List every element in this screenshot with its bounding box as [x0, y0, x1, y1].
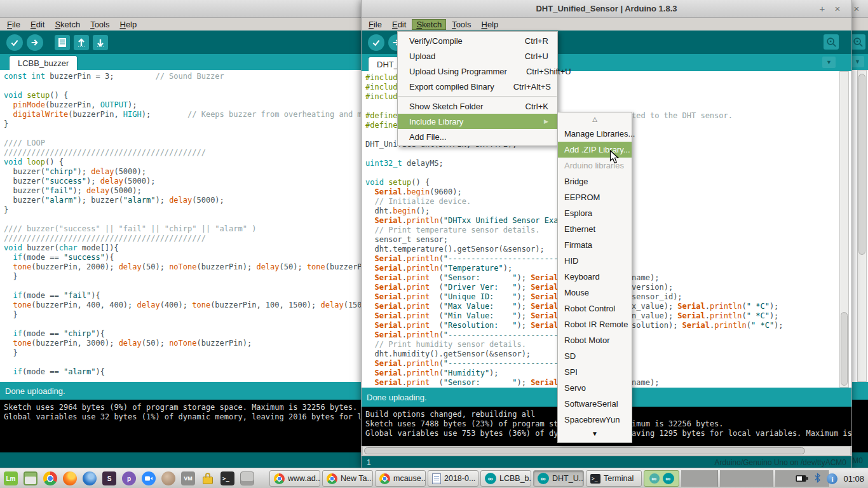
mint-menu-icon[interactable]: Lm	[3, 471, 18, 486]
submenu-item-robot-motor[interactable]: Robot Motor	[558, 332, 632, 348]
menu-sketch[interactable]: Sketch	[50, 19, 85, 30]
submenu-item-softwareserial[interactable]: SoftwareSerial	[558, 396, 632, 412]
close-icon[interactable]: ×	[850, 0, 863, 18]
submenu-item-firmata[interactable]: Firmata	[558, 237, 632, 253]
update-manager-icon[interactable]: i	[827, 473, 837, 484]
tab-lcbb-buzzer[interactable]: LCBB_buzzer	[9, 55, 78, 70]
thunderbird-icon[interactable]	[82, 471, 97, 486]
menu-item-include-library[interactable]: Include Library▶	[398, 114, 557, 129]
taskbar-window-2018-0[interactable]: 2018-0...	[428, 470, 478, 487]
serial-monitor-button[interactable]	[850, 34, 865, 50]
menu-item-upload-using-programmer[interactable]: Upload Using ProgrammerCtrl+Shift+U	[398, 64, 557, 79]
submenu-arrow-icon: ▶	[544, 118, 548, 125]
submenu-item-robot-ir-remote[interactable]: Robot IR Remote	[558, 316, 632, 332]
submenu-item-mouse[interactable]: Mouse	[558, 285, 632, 301]
chrome-icon[interactable]	[43, 471, 58, 486]
submenu-item-keyboard[interactable]: Keyboard	[558, 269, 632, 285]
code-line: pinMode(buzzerPin, OUTPUT);	[4, 100, 412, 110]
serial-monitor-button[interactable]	[824, 34, 839, 50]
taskbar-window-www-ad[interactable]: www.ad...	[269, 470, 320, 487]
scroll-up-icon[interactable]: △	[558, 113, 632, 126]
tab-list-button[interactable]: ▼	[822, 57, 836, 68]
menu-item-label: Export compiled Binary	[409, 82, 494, 92]
maximize-icon[interactable]: +	[816, 0, 829, 18]
submenu-item-bridge[interactable]: Bridge	[558, 173, 632, 189]
taskbar-window-terminal[interactable]: >_Terminal	[586, 470, 642, 487]
battery-icon[interactable]	[796, 473, 808, 485]
zoom-app-icon[interactable]	[141, 471, 156, 486]
menu-shortcut: Ctrl+Alt+S	[494, 82, 551, 92]
submenu-item-sd[interactable]: SD	[558, 348, 632, 364]
menu-file[interactable]: File	[364, 19, 386, 30]
new-sketch-button[interactable]	[55, 35, 70, 50]
submenu-item-spi[interactable]: SPI	[558, 364, 632, 380]
bluetooth-icon[interactable]	[814, 473, 821, 485]
code-line: const int buzzerPin = 3; // Sound Buzzer	[4, 72, 412, 81]
submenu-item-servo[interactable]: Servo	[558, 380, 632, 396]
scroll-down-icon[interactable]: ▼	[558, 428, 632, 442]
menu-edit[interactable]: Edit	[26, 19, 49, 30]
save-button[interactable]	[93, 35, 108, 50]
fg-horizontal-scrollbar[interactable]	[362, 446, 851, 456]
code-line: tone(buzzerPin, 2000); delay(50); noTone…	[4, 262, 412, 272]
fg-editor-scrollbar[interactable]	[839, 71, 849, 388]
verify-button[interactable]	[6, 34, 23, 51]
code-line: if(mode == "alarm"){	[4, 367, 412, 377]
submenu-item-hid[interactable]: HID	[558, 253, 632, 269]
verify-button[interactable]	[368, 34, 384, 51]
submenu-item-manage-libraries[interactable]: Manage Libraries...	[558, 126, 632, 142]
code-line: //// LOOP	[4, 139, 412, 148]
close-icon[interactable]: ×	[831, 0, 844, 18]
menu-help[interactable]: Help	[477, 19, 503, 30]
code-line: if(mode == "fail"){	[4, 291, 412, 301]
code-line	[4, 215, 412, 224]
menu-sketch[interactable]: Sketch	[412, 19, 446, 30]
fg-titlebar[interactable]: DHT_Unified_Sensor | Arduino 1.8.3 + ×	[362, 0, 851, 18]
taskbar-window-lcbb-b[interactable]: ∞LCBB_b...	[480, 470, 531, 487]
taskbar-window-arduino-pair[interactable]: ∞∞	[644, 470, 679, 487]
gimp-icon[interactable]	[161, 471, 176, 486]
code-line	[4, 281, 412, 291]
bg-editor-scrollbar[interactable]	[857, 70, 867, 382]
taskbar-window-label: New Ta...	[341, 474, 373, 483]
submenu-item-esplora[interactable]: Esplora	[558, 205, 632, 221]
menu-edit[interactable]: Edit	[388, 19, 410, 30]
open-button[interactable]	[74, 35, 89, 50]
clock[interactable]: 01:08	[843, 474, 864, 484]
vmware-icon[interactable]: VM	[180, 471, 196, 486]
submenu-item-eeprom[interactable]: EEPROM	[558, 189, 632, 205]
pidgin-icon[interactable]: p	[121, 471, 137, 486]
removable-drive-icon[interactable]	[240, 471, 255, 486]
system-tray: i 01:08	[796, 469, 864, 488]
menu-tools[interactable]: Tools	[447, 19, 475, 30]
code-line: ////////////////////////////////////////…	[4, 148, 412, 158]
menu-item-verify-compile[interactable]: Verify/CompileCtrl+R	[398, 33, 557, 48]
submenu-item-spacebrewyun[interactable]: SpacebrewYun	[558, 412, 632, 428]
right-arrow-icon	[30, 37, 40, 48]
menu-help[interactable]: Help	[115, 19, 141, 30]
submenu-item-add-zip-library[interactable]: Add .ZIP Library...	[558, 142, 632, 158]
upload-button[interactable]	[27, 34, 43, 51]
menu-tools[interactable]: Tools	[86, 19, 114, 30]
submenu-item-robot-control[interactable]: Robot Control	[558, 301, 632, 316]
terminal-launcher-icon[interactable]: >_	[220, 471, 235, 486]
show-desktop-icon[interactable]	[23, 471, 38, 486]
taskbar-window-mcause[interactable]: mcause...	[375, 470, 426, 487]
code-line: }	[4, 272, 412, 281]
menu-item-upload[interactable]: UploadCtrl+U	[398, 48, 557, 64]
taskbar-window-label: LCBB_b...	[499, 474, 531, 483]
menu-item-show-sketch-folder[interactable]: Show Sketch FolderCtrl+K	[398, 98, 557, 114]
slack-icon[interactable]: S	[102, 471, 117, 486]
taskbar-window-dht-u[interactable]: ∞DHT_U...	[533, 470, 584, 487]
menu-item-export-compiled-binary[interactable]: Export compiled BinaryCtrl+Alt+S	[398, 79, 557, 94]
network-lock-icon[interactable]	[200, 471, 215, 486]
bg-status-message: Done uploading.	[5, 386, 65, 396]
taskbar-window-new-ta[interactable]: New Ta...	[322, 470, 373, 487]
desktop: { "colors": { "toolbar_teal": "#00676c",…	[0, 0, 868, 488]
menu-item-add-file[interactable]: Add File...	[398, 129, 557, 144]
submenu-item-ethernet[interactable]: Ethernet	[558, 221, 632, 237]
firefox-icon[interactable]	[62, 471, 78, 486]
menu-file[interactable]: File	[3, 19, 25, 30]
fg-menubar: FileEditSketchToolsHelp	[362, 18, 851, 30]
tab-list-button[interactable]: ▼	[851, 56, 864, 67]
